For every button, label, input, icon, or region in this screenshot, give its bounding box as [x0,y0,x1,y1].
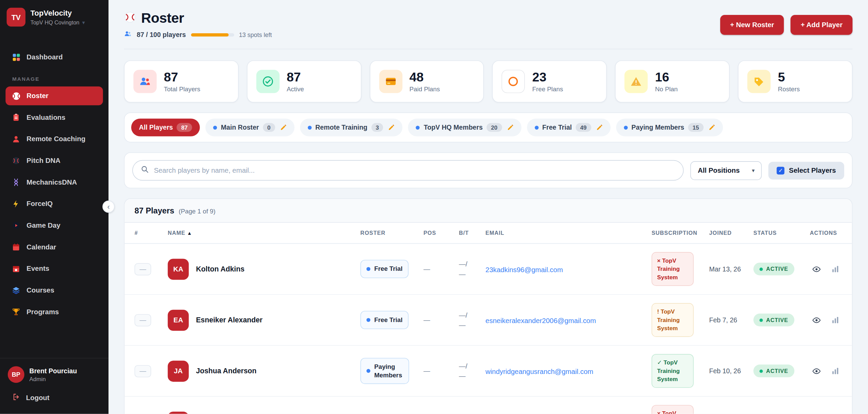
edit-pencil-icon[interactable] [280,124,287,131]
bt-value: —/— [459,310,485,330]
logout-button[interactable]: Logout [7,388,102,407]
edit-pencil-icon[interactable] [596,124,603,131]
capacity-progress-bar [191,33,234,37]
row-select-control[interactable]: — [135,365,151,377]
player-stats-button[interactable] [829,364,842,377]
filter-count: 3 [371,123,383,132]
sidebar-item-evaluations[interactable]: Evaluations [5,108,103,127]
row-select-control[interactable]: — [135,314,151,326]
sidebar-item-label: Calendar [26,243,56,251]
sidebar-item-label: Pitch DNA [26,157,60,165]
table-row: — KAKolton Adkins Free Trial — —/— 23kad… [124,244,852,295]
email-link[interactable]: 23kadkins96@gmail.com [486,266,563,274]
search-input[interactable] [154,167,676,174]
sidebar-item-calendar[interactable]: Calendar [5,238,103,257]
stats-row: 87Total Players 87Active 48Paid Plans 23… [124,60,853,102]
sidebar-item-game-day[interactable]: Game Day [5,216,103,235]
person-icon [11,134,21,144]
dot-icon [213,126,217,129]
sidebar-item-forceiq[interactable]: ForceIQ [5,194,103,213]
sidebar-item-mechanicsdna[interactable]: MechanicsDNA [5,173,103,192]
sidebar-item-roster[interactable]: Roster [5,87,103,106]
dot-icon [367,369,370,373]
filter-count: 87 [177,123,192,132]
status-badge: ACTIVE [753,364,794,377]
column-subscription: SUBSCRIPTION [652,230,709,236]
stat-card-free-plans: 23Free Plans [492,60,607,102]
sidebar-item-label: Game Day [26,222,60,229]
user-name: Brent Pourciau [29,367,77,375]
email-link[interactable]: windyridgeangusranch@gmail.com [486,368,593,375]
select-players-button[interactable]: ✓ Select Players [768,162,844,179]
stat-value: 87 [164,70,200,84]
sidebar-item-label: ForceIQ [26,200,53,208]
dot-icon [535,126,538,129]
brand-logo: TV [7,8,26,27]
dot-icon [760,318,763,322]
player-stats-button[interactable] [829,313,842,326]
stat-label: Rosters [778,86,800,93]
add-player-button[interactable]: + Add Player [791,15,852,35]
user-role: Admin [29,375,77,382]
filter-free-trial[interactable]: Free Trial 49 [527,118,611,136]
sidebar-item-label: Remote Coaching [26,135,85,143]
subscription-badge: × TopV Training System [652,252,694,286]
position-value: — [423,265,459,273]
table-title: 87 Players [135,206,174,215]
position-value: — [423,316,459,324]
sidebar-item-label: Events [26,265,49,272]
row-select-control[interactable]: — [135,263,151,275]
joined-date: Mar 13, 26 [709,265,753,273]
filter-label: All Players [139,124,173,131]
stat-label: Active [287,86,304,93]
sidebar-item-pitch-dna[interactable]: Pitch DNA [5,151,103,170]
view-player-button[interactable] [810,313,823,326]
bt-value: —/— [459,259,485,279]
org-selector[interactable]: TopV HQ Covington ▾ [31,19,85,25]
dot-icon [760,369,763,373]
column-name[interactable]: NAME▲ [168,230,360,236]
filter-topv-hq-members[interactable]: TopV HQ Members 20 [408,118,521,136]
event-icon [11,264,21,274]
filter-all-players[interactable]: All Players 87 [131,118,200,136]
edit-pencil-icon[interactable] [708,124,715,131]
ring-icon [502,70,525,93]
stat-card-no-plan: 16No Plan [615,60,730,102]
x-icon: × [657,410,660,414]
dot-icon [308,126,311,129]
players-icon [133,70,157,93]
filter-paying-members[interactable]: Paying Members 15 [616,118,723,136]
avatar: EA [168,309,189,331]
page-header: Roster 87 / 100 players 13 spots left + … [124,0,853,49]
filter-remote-training[interactable]: Remote Training 3 [300,118,402,136]
sidebar-item-programs[interactable]: Programs [5,302,103,321]
view-player-button[interactable] [810,262,823,276]
sidebar-item-remote-coaching[interactable]: Remote Coaching [5,130,103,149]
sidebar-item-label: Dashboard [26,53,63,61]
dot-icon [367,267,370,271]
filter-label: Paying Members [631,124,684,131]
stat-label: No Plan [655,86,678,93]
sidebar-item-dashboard[interactable]: Dashboard [5,48,103,67]
positions-select[interactable]: All Positions ▾ [691,161,762,180]
filter-main-roster[interactable]: Main Roster 0 [205,118,294,136]
sidebar-collapse-button[interactable]: ‹ [102,201,115,213]
email-link[interactable]: esneikeralexander2006@gmail.com [486,317,596,324]
player-stats-button[interactable] [829,262,842,276]
user-menu[interactable]: BP Brent Pourciau Admin [7,364,102,389]
search-icon [141,165,149,176]
edit-pencil-icon[interactable] [388,124,395,131]
positions-value: All Positions [698,167,740,174]
new-roster-button[interactable]: + New Roster [720,15,784,35]
view-player-button[interactable] [810,364,823,377]
dot-icon [624,126,627,129]
sidebar-item-courses[interactable]: Courses [5,281,103,300]
joined-date: Feb 7, 26 [709,316,753,324]
sidebar-item-events[interactable]: Events [5,259,103,278]
player-name: Esneiker Alexander [196,316,262,324]
check-circle-icon [256,70,280,93]
filter-label: Free Trial [542,124,572,131]
stat-card-total-players: 87Total Players [124,60,239,102]
sidebar-item-label: Courses [26,286,54,294]
edit-pencil-icon[interactable] [507,124,514,131]
